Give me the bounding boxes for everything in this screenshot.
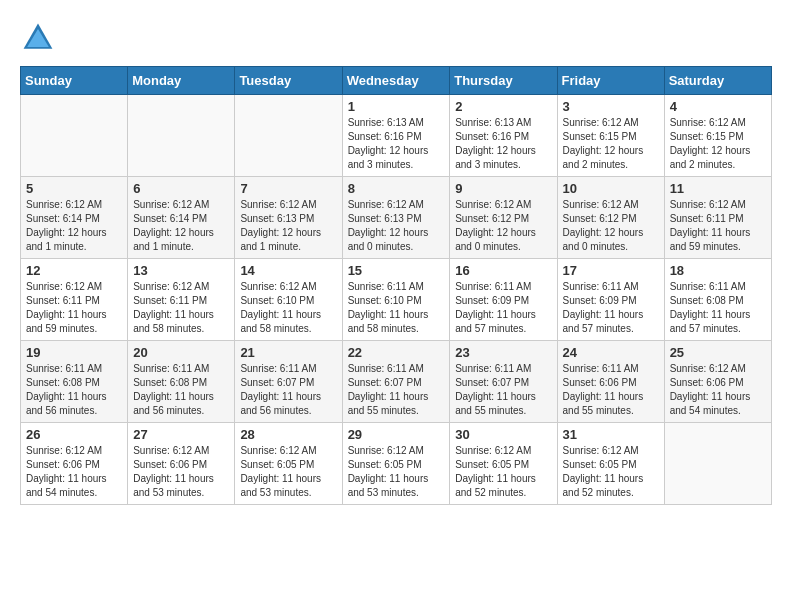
- calendar-cell: 31Sunrise: 6:12 AM Sunset: 6:05 PM Dayli…: [557, 423, 664, 505]
- calendar-week-row: 26Sunrise: 6:12 AM Sunset: 6:06 PM Dayli…: [21, 423, 772, 505]
- calendar-cell: 7Sunrise: 6:12 AM Sunset: 6:13 PM Daylig…: [235, 177, 342, 259]
- calendar-cell: 8Sunrise: 6:12 AM Sunset: 6:13 PM Daylig…: [342, 177, 450, 259]
- calendar-cell: 2Sunrise: 6:13 AM Sunset: 6:16 PM Daylig…: [450, 95, 557, 177]
- calendar-cell: [664, 423, 771, 505]
- calendar-cell: 20Sunrise: 6:11 AM Sunset: 6:08 PM Dayli…: [128, 341, 235, 423]
- weekday-header: Saturday: [664, 67, 771, 95]
- calendar-table: SundayMondayTuesdayWednesdayThursdayFrid…: [20, 66, 772, 505]
- calendar-cell: 6Sunrise: 6:12 AM Sunset: 6:14 PM Daylig…: [128, 177, 235, 259]
- calendar-cell: 27Sunrise: 6:12 AM Sunset: 6:06 PM Dayli…: [128, 423, 235, 505]
- day-info: Sunrise: 6:12 AM Sunset: 6:05 PM Dayligh…: [348, 444, 445, 500]
- day-info: Sunrise: 6:12 AM Sunset: 6:10 PM Dayligh…: [240, 280, 336, 336]
- calendar-cell: 22Sunrise: 6:11 AM Sunset: 6:07 PM Dayli…: [342, 341, 450, 423]
- calendar-cell: [21, 95, 128, 177]
- day-number: 23: [455, 345, 551, 360]
- day-info: Sunrise: 6:12 AM Sunset: 6:05 PM Dayligh…: [240, 444, 336, 500]
- day-info: Sunrise: 6:13 AM Sunset: 6:16 PM Dayligh…: [348, 116, 445, 172]
- day-number: 29: [348, 427, 445, 442]
- day-info: Sunrise: 6:12 AM Sunset: 6:14 PM Dayligh…: [133, 198, 229, 254]
- weekday-header: Thursday: [450, 67, 557, 95]
- day-number: 24: [563, 345, 659, 360]
- day-number: 5: [26, 181, 122, 196]
- day-info: Sunrise: 6:11 AM Sunset: 6:07 PM Dayligh…: [348, 362, 445, 418]
- logo-icon: [20, 20, 56, 56]
- day-number: 12: [26, 263, 122, 278]
- day-info: Sunrise: 6:12 AM Sunset: 6:14 PM Dayligh…: [26, 198, 122, 254]
- calendar-cell: [235, 95, 342, 177]
- calendar-cell: 14Sunrise: 6:12 AM Sunset: 6:10 PM Dayli…: [235, 259, 342, 341]
- calendar-cell: 26Sunrise: 6:12 AM Sunset: 6:06 PM Dayli…: [21, 423, 128, 505]
- day-number: 31: [563, 427, 659, 442]
- day-number: 27: [133, 427, 229, 442]
- day-number: 10: [563, 181, 659, 196]
- day-number: 22: [348, 345, 445, 360]
- calendar-cell: 4Sunrise: 6:12 AM Sunset: 6:15 PM Daylig…: [664, 95, 771, 177]
- day-number: 18: [670, 263, 766, 278]
- day-info: Sunrise: 6:12 AM Sunset: 6:06 PM Dayligh…: [26, 444, 122, 500]
- day-info: Sunrise: 6:12 AM Sunset: 6:12 PM Dayligh…: [455, 198, 551, 254]
- day-number: 7: [240, 181, 336, 196]
- day-number: 6: [133, 181, 229, 196]
- weekday-header: Monday: [128, 67, 235, 95]
- day-info: Sunrise: 6:13 AM Sunset: 6:16 PM Dayligh…: [455, 116, 551, 172]
- day-info: Sunrise: 6:11 AM Sunset: 6:08 PM Dayligh…: [26, 362, 122, 418]
- calendar-week-row: 19Sunrise: 6:11 AM Sunset: 6:08 PM Dayli…: [21, 341, 772, 423]
- day-info: Sunrise: 6:12 AM Sunset: 6:13 PM Dayligh…: [348, 198, 445, 254]
- calendar-cell: 16Sunrise: 6:11 AM Sunset: 6:09 PM Dayli…: [450, 259, 557, 341]
- day-info: Sunrise: 6:11 AM Sunset: 6:08 PM Dayligh…: [670, 280, 766, 336]
- calendar-cell: 1Sunrise: 6:13 AM Sunset: 6:16 PM Daylig…: [342, 95, 450, 177]
- calendar-cell: 11Sunrise: 6:12 AM Sunset: 6:11 PM Dayli…: [664, 177, 771, 259]
- calendar-cell: 23Sunrise: 6:11 AM Sunset: 6:07 PM Dayli…: [450, 341, 557, 423]
- calendar-week-row: 1Sunrise: 6:13 AM Sunset: 6:16 PM Daylig…: [21, 95, 772, 177]
- calendar-cell: 19Sunrise: 6:11 AM Sunset: 6:08 PM Dayli…: [21, 341, 128, 423]
- day-number: 19: [26, 345, 122, 360]
- day-number: 11: [670, 181, 766, 196]
- day-number: 16: [455, 263, 551, 278]
- calendar-cell: 24Sunrise: 6:11 AM Sunset: 6:06 PM Dayli…: [557, 341, 664, 423]
- page-header: [20, 20, 772, 56]
- calendar-cell: 3Sunrise: 6:12 AM Sunset: 6:15 PM Daylig…: [557, 95, 664, 177]
- day-number: 17: [563, 263, 659, 278]
- day-info: Sunrise: 6:12 AM Sunset: 6:06 PM Dayligh…: [133, 444, 229, 500]
- weekday-header: Friday: [557, 67, 664, 95]
- day-number: 15: [348, 263, 445, 278]
- day-info: Sunrise: 6:12 AM Sunset: 6:15 PM Dayligh…: [670, 116, 766, 172]
- day-info: Sunrise: 6:11 AM Sunset: 6:07 PM Dayligh…: [455, 362, 551, 418]
- day-info: Sunrise: 6:12 AM Sunset: 6:15 PM Dayligh…: [563, 116, 659, 172]
- day-number: 28: [240, 427, 336, 442]
- calendar-cell: 29Sunrise: 6:12 AM Sunset: 6:05 PM Dayli…: [342, 423, 450, 505]
- day-number: 8: [348, 181, 445, 196]
- day-number: 9: [455, 181, 551, 196]
- day-number: 30: [455, 427, 551, 442]
- weekday-header: Sunday: [21, 67, 128, 95]
- calendar-header-row: SundayMondayTuesdayWednesdayThursdayFrid…: [21, 67, 772, 95]
- day-info: Sunrise: 6:12 AM Sunset: 6:06 PM Dayligh…: [670, 362, 766, 418]
- day-info: Sunrise: 6:11 AM Sunset: 6:09 PM Dayligh…: [455, 280, 551, 336]
- day-info: Sunrise: 6:12 AM Sunset: 6:13 PM Dayligh…: [240, 198, 336, 254]
- calendar-cell: 17Sunrise: 6:11 AM Sunset: 6:09 PM Dayli…: [557, 259, 664, 341]
- day-info: Sunrise: 6:11 AM Sunset: 6:08 PM Dayligh…: [133, 362, 229, 418]
- weekday-header: Tuesday: [235, 67, 342, 95]
- calendar-cell: 25Sunrise: 6:12 AM Sunset: 6:06 PM Dayli…: [664, 341, 771, 423]
- day-number: 1: [348, 99, 445, 114]
- logo: [20, 20, 62, 56]
- day-info: Sunrise: 6:12 AM Sunset: 6:11 PM Dayligh…: [670, 198, 766, 254]
- day-number: 20: [133, 345, 229, 360]
- calendar-cell: 15Sunrise: 6:11 AM Sunset: 6:10 PM Dayli…: [342, 259, 450, 341]
- day-info: Sunrise: 6:11 AM Sunset: 6:10 PM Dayligh…: [348, 280, 445, 336]
- calendar-cell: 18Sunrise: 6:11 AM Sunset: 6:08 PM Dayli…: [664, 259, 771, 341]
- day-number: 3: [563, 99, 659, 114]
- calendar-cell: 21Sunrise: 6:11 AM Sunset: 6:07 PM Dayli…: [235, 341, 342, 423]
- calendar-cell: 10Sunrise: 6:12 AM Sunset: 6:12 PM Dayli…: [557, 177, 664, 259]
- day-number: 14: [240, 263, 336, 278]
- day-info: Sunrise: 6:11 AM Sunset: 6:06 PM Dayligh…: [563, 362, 659, 418]
- day-number: 13: [133, 263, 229, 278]
- day-info: Sunrise: 6:12 AM Sunset: 6:05 PM Dayligh…: [563, 444, 659, 500]
- calendar-week-row: 12Sunrise: 6:12 AM Sunset: 6:11 PM Dayli…: [21, 259, 772, 341]
- calendar-cell: 28Sunrise: 6:12 AM Sunset: 6:05 PM Dayli…: [235, 423, 342, 505]
- calendar-cell: 13Sunrise: 6:12 AM Sunset: 6:11 PM Dayli…: [128, 259, 235, 341]
- day-number: 2: [455, 99, 551, 114]
- calendar-cell: 5Sunrise: 6:12 AM Sunset: 6:14 PM Daylig…: [21, 177, 128, 259]
- day-info: Sunrise: 6:11 AM Sunset: 6:09 PM Dayligh…: [563, 280, 659, 336]
- day-number: 4: [670, 99, 766, 114]
